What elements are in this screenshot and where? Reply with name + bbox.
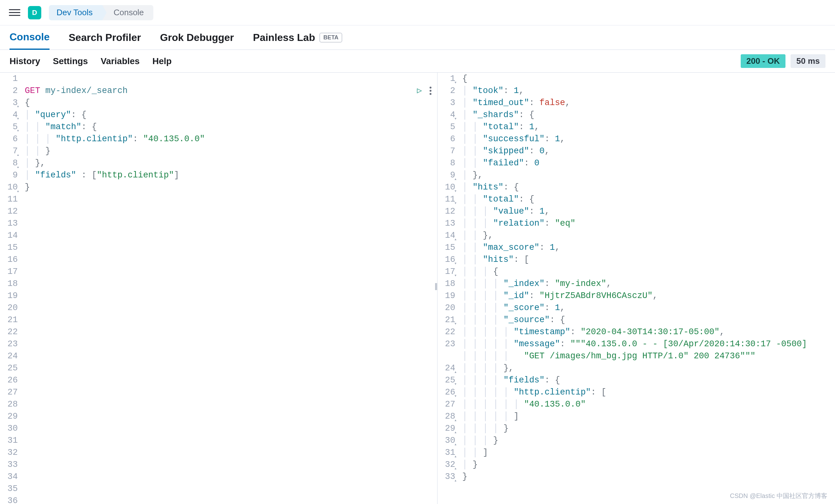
response-gutter: 1▾234▾56789▴10▾11▾121314▴1516▾17▾1819202… [437,73,459,483]
hamburger-icon[interactable] [9,7,20,18]
request-gutter: 123▾4▾5▾67▴8▴910▴11121314151617181920212… [0,73,21,504]
editor-panes: 123▾4▾5▾67▴8▴910▴11121314151617181920212… [0,73,835,504]
console-toolbar: History Settings Variables Help 200 - OK… [0,50,835,73]
toolbar-settings[interactable]: Settings [53,56,88,66]
request-options-icon[interactable] [430,87,431,95]
toolbar-help[interactable]: Help [152,56,172,66]
latency-badge: 50 ms [791,54,826,68]
breadcrumb-console[interactable]: Console [102,5,154,20]
toolbar-variables[interactable]: Variables [101,56,140,66]
top-bar: D Dev Tools Console [0,0,835,25]
run-request-icon[interactable]: ▷ [417,85,422,97]
tab-painless-label: Painless Lab [253,32,315,43]
pane-splitter-icon[interactable]: ‖ [434,282,438,290]
tab-console[interactable]: Console [9,31,49,50]
request-actions: ▷ [417,85,431,97]
main-tabs: Console Search Profiler Grok Debugger Pa… [0,25,835,50]
watermark-text: CSDN @Elastic 中国社区官方博客 [730,491,828,500]
app-logo[interactable]: D [28,6,41,19]
status-badge: 200 - OK [741,54,786,68]
tab-grok-debugger[interactable]: Grok Debugger [160,32,234,49]
response-code: {│ "took": 1,│ "timed_out": false,│ "_sh… [459,73,835,483]
tab-painless-lab[interactable]: Painless Lab BETA [253,32,342,49]
beta-badge: BETA [320,33,342,43]
request-editor[interactable]: 123▾4▾5▾67▴8▴910▴11121314151617181920212… [0,73,437,504]
request-code[interactable]: GET my-index/_search{│ "query": {│ │ "ma… [21,73,437,504]
toolbar-history[interactable]: History [9,56,40,66]
tab-search-profiler[interactable]: Search Profiler [68,32,141,49]
response-viewer[interactable]: 1▾234▾56789▴10▾11▾121314▴1516▾17▾1819202… [437,73,835,504]
breadcrumb: Dev Tools Console [49,5,154,20]
breadcrumb-devtools[interactable]: Dev Tools [49,5,102,20]
